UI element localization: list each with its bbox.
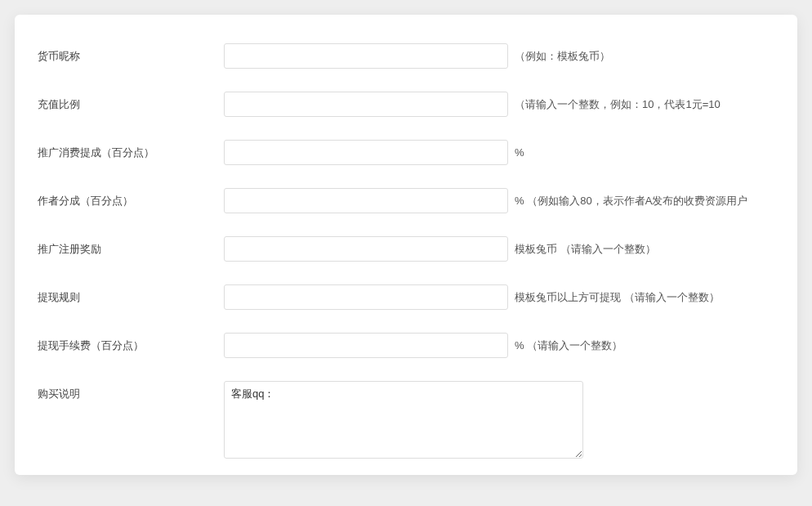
- label-withdraw-fee: 提现手续费（百分点）: [38, 333, 224, 353]
- input-withdraw-rule[interactable]: [224, 284, 508, 310]
- label-promotion-register-reward: 推广注册奖励: [38, 236, 224, 257]
- hint-withdraw-rule: 模板兔币以上方可提现 （请输入一个整数）: [515, 290, 720, 305]
- input-wrap-withdraw-rule: 模板兔币以上方可提现 （请输入一个整数）: [224, 284, 774, 310]
- input-wrap-promotion-register-reward: 模板兔币 （请输入一个整数）: [224, 236, 774, 262]
- input-currency-nickname[interactable]: [224, 43, 508, 69]
- row-withdraw-fee: 提现手续费（百分点） % （请输入一个整数）: [38, 333, 774, 358]
- label-recharge-ratio: 充值比例: [38, 92, 224, 112]
- hint-promotion-commission: %: [515, 146, 524, 159]
- input-author-share[interactable]: [224, 188, 508, 213]
- label-author-share: 作者分成（百分点）: [38, 188, 224, 208]
- input-promotion-register-reward[interactable]: [224, 236, 508, 262]
- input-wrap-purchase-notice: [224, 381, 774, 459]
- input-wrap-promotion-commission: %: [224, 140, 774, 165]
- label-withdraw-rule: 提现规则: [38, 284, 224, 305]
- input-wrap-withdraw-fee: % （请输入一个整数）: [224, 333, 774, 358]
- hint-withdraw-fee: % （请输入一个整数）: [515, 338, 622, 353]
- settings-form-card: 货币昵称 （例如：模板兔币） 充值比例 （请输入一个整数，例如：10，代表1元=…: [15, 15, 797, 475]
- label-promotion-commission: 推广消费提成（百分点）: [38, 140, 224, 160]
- hint-currency-nickname: （例如：模板兔币）: [515, 49, 610, 64]
- row-promotion-register-reward: 推广注册奖励 模板兔币 （请输入一个整数）: [38, 236, 774, 262]
- input-promotion-commission[interactable]: [224, 140, 508, 165]
- row-promotion-commission: 推广消费提成（百分点） %: [38, 140, 774, 165]
- label-currency-nickname: 货币昵称: [38, 43, 224, 64]
- textarea-purchase-notice[interactable]: [224, 381, 583, 459]
- row-currency-nickname: 货币昵称 （例如：模板兔币）: [38, 43, 774, 69]
- input-withdraw-fee[interactable]: [224, 333, 508, 358]
- input-wrap-recharge-ratio: （请输入一个整数，例如：10，代表1元=10: [224, 92, 774, 117]
- hint-recharge-ratio: （请输入一个整数，例如：10，代表1元=10: [515, 97, 721, 112]
- row-withdraw-rule: 提现规则 模板兔币以上方可提现 （请输入一个整数）: [38, 284, 774, 310]
- input-wrap-author-share: % （例如输入80，表示作者A发布的收费资源用户: [224, 188, 774, 213]
- row-recharge-ratio: 充值比例 （请输入一个整数，例如：10，代表1元=10: [38, 92, 774, 117]
- row-purchase-notice: 购买说明: [38, 381, 774, 459]
- hint-promotion-register-reward: 模板兔币 （请输入一个整数）: [515, 242, 656, 257]
- input-recharge-ratio[interactable]: [224, 92, 508, 117]
- row-author-share: 作者分成（百分点） % （例如输入80，表示作者A发布的收费资源用户: [38, 188, 774, 213]
- hint-author-share: % （例如输入80，表示作者A发布的收费资源用户: [515, 194, 747, 208]
- input-wrap-currency-nickname: （例如：模板兔币）: [224, 43, 774, 69]
- label-purchase-notice: 购买说明: [38, 381, 224, 401]
